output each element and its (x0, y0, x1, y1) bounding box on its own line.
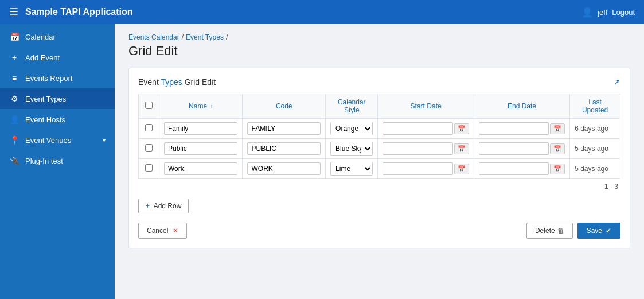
sidebar-item-calendar[interactable]: 📅 Calendar (0, 26, 115, 47)
sidebar: 📅 Calendar + Add Event ≡ Events Report ⚙… (0, 24, 115, 299)
start-date-input-1[interactable] (383, 142, 452, 155)
sidebar-item-plugin-test[interactable]: 🔌 Plug-In test (0, 150, 115, 171)
col-header-checkbox (139, 94, 159, 119)
start-date-input-0[interactable] (383, 122, 452, 135)
user-area: 👤 jeff Logout (581, 7, 635, 18)
sidebar-item-event-hosts[interactable]: 👤 Event Hosts (0, 109, 115, 130)
row-checkbox-1[interactable] (145, 144, 153, 152)
username: jeff (598, 8, 607, 17)
end-date-input-2[interactable] (479, 162, 549, 175)
venues-icon: 📍 (9, 135, 19, 145)
table-row: OrangeBlue SkyLimeRedGreenPurple 📅 📅 5 d… (139, 159, 620, 179)
calendar-style-select-2[interactable]: OrangeBlue SkyLimeRedGreenPurple (330, 162, 373, 176)
col-header-code: Code (243, 94, 326, 119)
name-input-1[interactable] (164, 142, 237, 155)
name-cell (159, 139, 243, 159)
expand-icon[interactable]: ↗ (614, 77, 620, 87)
end-date-input-1[interactable] (479, 142, 549, 155)
code-input-0[interactable] (247, 122, 321, 135)
sidebar-item-label: Events Report (25, 74, 106, 83)
end-date-calendar-button-1[interactable]: 📅 (550, 143, 565, 154)
calendar-style-cell: OrangeBlue SkyLimeRedGreenPurple (326, 139, 378, 159)
col-header-last-updated: Last Updated (570, 94, 620, 119)
sidebar-item-event-venues[interactable]: 📍 Event Venues ▾ (0, 130, 115, 150)
name-cell (159, 119, 243, 139)
add-row-button[interactable]: + Add Row (138, 199, 189, 213)
sidebar-item-label: Plug-In test (25, 157, 106, 165)
col-header-start-date: Start Date (378, 94, 474, 119)
main-layout: 📅 Calendar + Add Event ≡ Events Report ⚙… (0, 24, 644, 299)
start-date-cell: 📅 (378, 119, 474, 139)
end-date-cell: 📅 (474, 119, 569, 139)
row-checkbox-2[interactable] (145, 164, 153, 172)
plus-icon: + (146, 202, 150, 210)
sidebar-item-events-report[interactable]: ≡ Events Report (0, 68, 115, 88)
col-header-calendar-style: Calendar Style (326, 94, 378, 119)
plugin-icon: 🔌 (9, 156, 19, 165)
calendar-style-cell: OrangeBlue SkyLimeRedGreenPurple (326, 159, 378, 179)
chevron-down-icon: ▾ (103, 137, 106, 143)
end-date-input-0[interactable] (479, 122, 549, 135)
row-checkbox-cell (139, 119, 159, 139)
code-cell (243, 159, 326, 179)
start-date-calendar-button-1[interactable]: 📅 (454, 143, 469, 154)
delete-button[interactable]: Delete 🗑 (526, 223, 573, 239)
select-all-checkbox[interactable] (145, 102, 153, 109)
row-checkbox-cell (139, 159, 159, 179)
row-checkbox-0[interactable] (145, 124, 153, 131)
end-date-cell: 📅 (474, 139, 569, 159)
end-date-calendar-button-2[interactable]: 📅 (550, 164, 565, 174)
col-header-name[interactable]: Name ↑ (159, 94, 243, 119)
calendar-icon: 📅 (9, 32, 19, 41)
code-input-1[interactable] (247, 142, 321, 155)
logout-button[interactable]: Logout (612, 8, 635, 17)
sidebar-item-label: Event Hosts (25, 115, 106, 124)
table-row: OrangeBlue SkyLimeRedGreenPurple 📅 📅 5 d… (139, 139, 620, 159)
save-button[interactable]: Save ✔ (577, 223, 620, 239)
calendar-style-select-1[interactable]: OrangeBlue SkyLimeRedGreenPurple (330, 142, 373, 156)
calendar-style-cell: OrangeBlue SkyLimeRedGreenPurple (326, 119, 378, 139)
pagination: 1 - 3 (138, 179, 620, 192)
page-title: Grid Edit (128, 44, 630, 59)
sidebar-item-label: Calendar (25, 33, 106, 41)
user-icon: 👤 (581, 7, 593, 18)
start-date-cell: 📅 (378, 159, 474, 179)
grid-table: Name ↑ Code Calendar Style Start Date En… (138, 94, 620, 179)
content-area: Events Calendar / Event Types / Grid Edi… (115, 24, 644, 299)
app-title: Sample TAPI Application (25, 7, 581, 17)
menu-icon[interactable]: ☰ (9, 6, 18, 18)
end-date-calendar-button-0[interactable]: 📅 (550, 123, 565, 134)
x-icon: ✕ (173, 227, 178, 235)
action-bar: Cancel ✕ Delete 🗑 Save ✔ (138, 223, 620, 239)
start-date-cell: 📅 (378, 139, 474, 159)
calendar-style-select-0[interactable]: OrangeBlue SkyLimeRedGreenPurple (330, 122, 373, 135)
grid-edit-card: Event Types Grid Edit ↗ Name ↑ Code (128, 68, 630, 248)
last-updated-cell-1: 5 days ago (570, 139, 620, 159)
end-date-cell: 📅 (474, 159, 569, 179)
report-icon: ≡ (9, 73, 19, 83)
card-header-title: Event Types Grid Edit (138, 77, 216, 87)
start-date-calendar-button-2[interactable]: 📅 (454, 164, 469, 174)
name-cell (159, 159, 243, 179)
sidebar-item-add-event[interactable]: + Add Event (0, 47, 115, 68)
sort-icon: ↑ (210, 103, 213, 110)
name-input-0[interactable] (164, 122, 237, 135)
code-cell (243, 119, 326, 139)
check-icon: ✔ (606, 227, 611, 235)
row-checkbox-cell (139, 139, 159, 159)
code-input-2[interactable] (247, 162, 321, 175)
breadcrumb-events-calendar[interactable]: Events Calendar (128, 33, 179, 41)
start-date-input-2[interactable] (383, 162, 452, 175)
last-updated-cell-2: 5 days ago (570, 159, 620, 179)
start-date-calendar-button-0[interactable]: 📅 (454, 123, 469, 134)
settings-icon: ⚙ (9, 94, 19, 103)
sidebar-item-event-types[interactable]: ⚙ Event Types (0, 88, 115, 109)
breadcrumb-event-types[interactable]: Event Types (186, 33, 224, 41)
sidebar-item-label: Event Venues (25, 136, 97, 145)
name-input-2[interactable] (164, 162, 237, 175)
trash-icon: 🗑 (557, 227, 564, 235)
cancel-button[interactable]: Cancel ✕ (138, 223, 187, 239)
last-updated-cell-0: 6 days ago (570, 119, 620, 139)
table-row: OrangeBlue SkyLimeRedGreenPurple 📅 📅 6 d… (139, 119, 620, 139)
card-header: Event Types Grid Edit ↗ (138, 77, 620, 87)
